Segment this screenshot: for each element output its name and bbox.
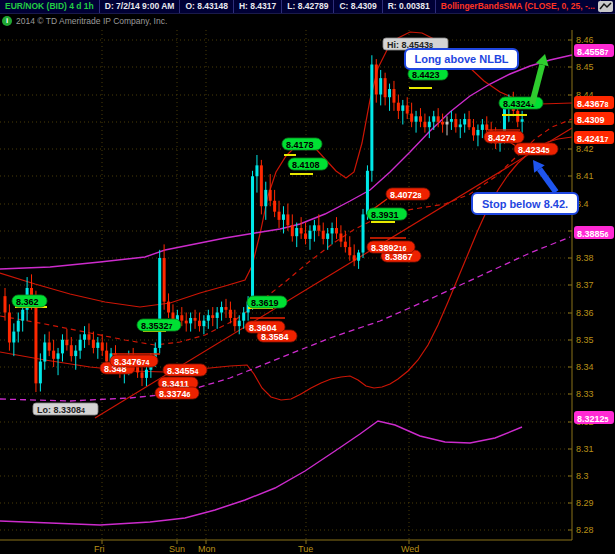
- price-tick-label: 8.29: [576, 498, 594, 508]
- signal-label-text: 8.347674: [114, 357, 149, 367]
- price-tick-label: 8.38: [576, 253, 594, 263]
- candle-down: [304, 233, 307, 238]
- candle-up: [295, 228, 298, 236]
- callout-annotation: Long above NLBL: [404, 48, 519, 70]
- candle-up: [83, 334, 86, 339]
- candle-down: [70, 345, 73, 356]
- candle-down: [437, 116, 440, 121]
- candle-up: [61, 340, 64, 354]
- price-tick-label: 8.36: [576, 308, 594, 318]
- candle-down: [34, 299, 37, 383]
- bollinger-mid-magenta-dashed: [0, 237, 570, 401]
- candle-up: [145, 370, 148, 378]
- candle-up: [366, 171, 369, 215]
- signal-label-text: 8.40728: [390, 190, 422, 200]
- signal-label-text: 8.362: [16, 297, 39, 307]
- range-value: R: 0.00381: [383, 0, 436, 13]
- candle-down: [397, 103, 400, 111]
- candle-down: [335, 228, 338, 233]
- day-tick-label: Fri: [94, 544, 105, 554]
- candle-down: [260, 165, 263, 206]
- candle-up: [282, 214, 285, 219]
- price-axis-bubble-text: 8.4309: [577, 115, 605, 125]
- candle-down: [105, 351, 108, 362]
- candle-up: [308, 231, 311, 239]
- copyright-bar: i 2014 © TD Ameritrade IP Company, Inc.: [2, 15, 167, 27]
- candle-down: [441, 122, 444, 125]
- candle-up: [43, 342, 46, 361]
- candle-up: [428, 122, 431, 127]
- candle-up: [57, 353, 60, 358]
- candle-up: [401, 105, 404, 110]
- candle-up: [459, 124, 462, 127]
- candle-down: [4, 296, 7, 312]
- day-tick-label: Tue: [298, 544, 313, 554]
- candle-up: [79, 340, 82, 351]
- chart-window: FriSunMonTueWed8.468.458.448.438.428.418…: [0, 0, 615, 554]
- candle-up: [220, 307, 223, 312]
- bollinger-mid-red-dashed: [0, 119, 572, 345]
- price-tick-label: 8.46: [576, 35, 594, 45]
- candle-down: [291, 225, 294, 236]
- price-tick-label: 8.42: [576, 144, 594, 154]
- candle-down: [180, 315, 183, 320]
- candle-up: [96, 342, 99, 347]
- candle-up: [242, 313, 245, 321]
- candle-up: [264, 190, 267, 206]
- up-arrow: [536, 54, 549, 66]
- candle-up: [326, 233, 329, 238]
- info-icon: i: [2, 16, 12, 26]
- candle-up: [432, 116, 435, 121]
- candle-down: [468, 119, 471, 127]
- candle-down: [185, 321, 188, 324]
- candle-down: [353, 255, 356, 260]
- candle-down: [225, 307, 228, 310]
- candle-up: [21, 310, 24, 321]
- signal-label-text: 8.33746: [159, 389, 191, 399]
- candle-up: [415, 116, 418, 121]
- candle-down: [273, 201, 276, 212]
- candle-down: [101, 342, 104, 350]
- price-tick-label: 8.45: [576, 62, 594, 72]
- candle-up: [446, 122, 449, 125]
- candle-down: [163, 258, 166, 302]
- day-tick-label: Mon: [198, 544, 216, 554]
- price-axis-bubble-text: 8.45587: [577, 47, 609, 57]
- high-value: H: 8.4317: [234, 0, 282, 13]
- open-value: O: 8.43148: [180, 0, 234, 13]
- candle-up: [450, 119, 453, 122]
- candle-down: [87, 334, 90, 339]
- price-tick-label: 8.33: [576, 389, 594, 399]
- candle-up: [39, 362, 42, 384]
- candle-down: [229, 310, 232, 318]
- low-value: L: 8.42789: [282, 0, 334, 13]
- price-axis-bubble-text: 8.42417: [577, 134, 609, 144]
- candle-down: [317, 225, 320, 230]
- candle-up: [251, 176, 254, 301]
- day-tick-label: Wed: [401, 544, 419, 554]
- candle-down: [233, 318, 236, 326]
- candle-down: [286, 214, 289, 225]
- candle-down: [516, 111, 519, 122]
- signal-label-text: Lo: 8.33084: [37, 405, 85, 415]
- candle-down: [454, 119, 457, 127]
- annotation-arrow-shaft: [539, 169, 556, 192]
- candle-down: [472, 127, 475, 135]
- signal-label-text: 8.4274: [488, 133, 516, 143]
- signal-label-text: 8.3619: [251, 298, 279, 308]
- chart-style-icon[interactable]: [598, 1, 613, 12]
- candle-down: [485, 124, 488, 129]
- candle-up: [74, 351, 77, 356]
- bollinger-lower-magenta: [0, 421, 522, 525]
- candle-up: [202, 321, 205, 326]
- signal-label-text: 8.42345: [518, 145, 550, 155]
- candle-up: [521, 119, 524, 121]
- price-chart[interactable]: FriSunMonTueWed8.468.458.448.438.428.418…: [0, 0, 615, 554]
- candle-up: [189, 318, 192, 323]
- price-tick-label: 8.34: [576, 362, 594, 372]
- signal-label-text: 8.3931: [371, 210, 399, 220]
- moving-average-magenta: [0, 55, 572, 269]
- bollinger-lower-red: [0, 137, 572, 400]
- candle-down: [339, 233, 342, 241]
- candle-down: [348, 247, 351, 255]
